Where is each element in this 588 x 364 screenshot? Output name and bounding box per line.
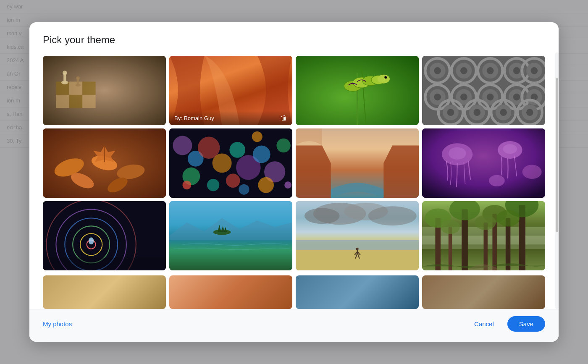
svg-point-39 — [530, 67, 538, 74]
svg-rect-2 — [69, 82, 82, 95]
svg-point-82 — [226, 174, 240, 188]
theme-picker-modal: Pick your theme — [29, 22, 559, 341]
pipes-scene — [422, 56, 545, 125]
chess-scene — [43, 56, 166, 125]
theme-item-forest[interactable] — [422, 201, 545, 270]
theme-item-caterpillar[interactable] — [296, 56, 419, 125]
my-photos-button[interactable]: My photos — [43, 317, 72, 331]
svg-point-12 — [76, 76, 80, 80]
svg-rect-6 — [82, 95, 95, 108]
svg-point-88 — [239, 184, 249, 195]
svg-point-9 — [63, 71, 67, 75]
theme-item-lake[interactable] — [169, 201, 292, 270]
credit-text-canyon: By: Romain Guy — [174, 115, 214, 121]
river-scene — [296, 128, 419, 198]
credit-badge-canyon: By: Romain Guy 🗑 — [169, 111, 292, 125]
theme-item-beach[interactable] — [296, 201, 419, 270]
modal-header: Pick your theme — [29, 22, 559, 52]
theme-grid: By: Romain Guy 🗑 — [43, 56, 545, 275]
theme-item-pipes[interactable] — [422, 56, 545, 125]
svg-rect-3 — [82, 82, 95, 95]
cancel-button[interactable]: Cancel — [466, 316, 502, 332]
caterpillar-scene — [296, 56, 419, 125]
theme-item-chess[interactable] — [43, 56, 166, 125]
svg-point-36 — [513, 67, 520, 74]
scrollbar-track[interactable] — [555, 52, 559, 309]
svg-point-90 — [284, 181, 291, 189]
svg-point-83 — [253, 146, 270, 163]
svg-point-86 — [258, 177, 274, 193]
jellyfish-scene — [422, 128, 545, 198]
svg-point-85 — [276, 139, 290, 152]
svg-point-51 — [513, 94, 520, 101]
svg-rect-108 — [43, 258, 166, 270]
svg-point-57 — [447, 109, 454, 116]
save-button[interactable]: Save — [507, 316, 545, 332]
partial-item-3[interactable] — [296, 275, 419, 309]
svg-point-80 — [229, 142, 245, 158]
rainbow-scene — [43, 201, 166, 270]
svg-rect-5 — [69, 95, 82, 108]
modal-backdrop: Pick your theme — [0, 0, 588, 364]
svg-point-117 — [304, 208, 340, 224]
svg-point-48 — [487, 94, 494, 101]
svg-point-87 — [207, 179, 219, 191]
beach-scene — [296, 201, 419, 270]
svg-point-91 — [252, 131, 262, 142]
modal-title: Pick your theme — [43, 34, 545, 46]
scrollbar-thumb[interactable] — [556, 78, 558, 232]
svg-point-137 — [441, 220, 460, 234]
partial-row — [43, 275, 545, 309]
svg-point-22 — [384, 76, 387, 79]
bokeh-scene — [169, 128, 292, 198]
svg-point-89 — [182, 181, 191, 189]
leaves-scene — [43, 128, 166, 198]
svg-point-27 — [434, 67, 441, 74]
svg-point-60 — [473, 109, 480, 116]
svg-point-138 — [475, 215, 496, 230]
delete-icon-canyon[interactable]: 🗑 — [281, 114, 287, 122]
svg-point-30 — [460, 67, 467, 74]
svg-point-99 — [503, 144, 517, 154]
svg-point-107 — [89, 237, 94, 244]
svg-point-33 — [487, 67, 494, 74]
svg-point-75 — [173, 136, 192, 155]
svg-point-98 — [449, 147, 466, 160]
footer-actions: Cancel Save — [466, 316, 545, 332]
svg-point-45 — [460, 94, 467, 101]
partial-item-2[interactable] — [169, 275, 292, 309]
theme-item-canyon[interactable]: By: Romain Guy 🗑 — [169, 56, 292, 125]
theme-item-bokeh[interactable] — [169, 128, 292, 198]
partial-item-4[interactable] — [422, 275, 545, 309]
svg-point-97 — [489, 175, 505, 186]
theme-item-rainbow[interactable] — [43, 201, 166, 270]
modal-body[interactable]: By: Romain Guy 🗑 — [29, 52, 559, 309]
svg-point-118 — [368, 206, 417, 225]
svg-point-63 — [500, 109, 507, 116]
forest-scene — [422, 201, 545, 270]
svg-point-79 — [213, 153, 232, 173]
svg-point-139 — [497, 210, 520, 227]
theme-item-leaves[interactable] — [43, 128, 166, 198]
theme-item-jellyfish[interactable] — [422, 128, 545, 198]
svg-rect-4 — [56, 95, 69, 108]
svg-point-121 — [356, 248, 358, 250]
svg-rect-93 — [422, 128, 545, 198]
svg-point-21 — [378, 75, 390, 84]
svg-point-66 — [526, 109, 533, 116]
svg-point-42 — [434, 94, 441, 101]
svg-point-23 — [386, 76, 387, 77]
partial-item-1[interactable] — [43, 275, 166, 309]
svg-point-96 — [522, 165, 542, 179]
svg-rect-122 — [357, 250, 358, 254]
lake-scene — [169, 201, 292, 270]
theme-item-river[interactable] — [296, 128, 419, 198]
modal-footer: My photos Cancel Save — [29, 309, 559, 342]
